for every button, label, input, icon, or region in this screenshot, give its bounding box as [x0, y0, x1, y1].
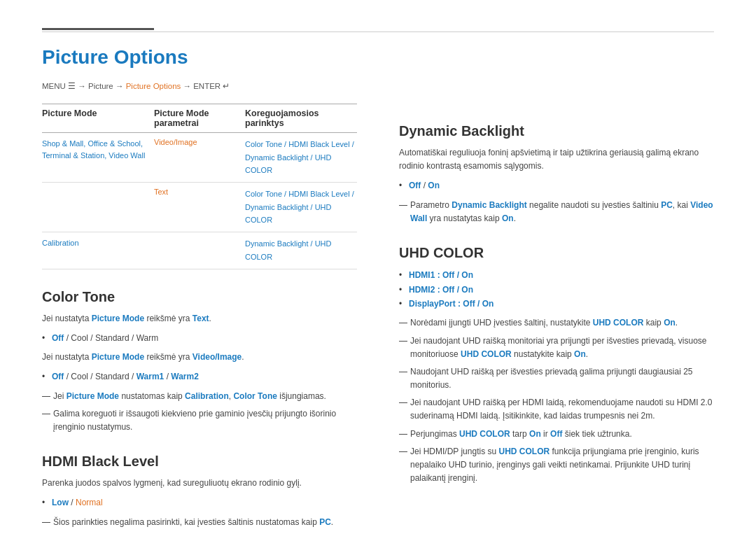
top-rule-accent [42, 28, 154, 30]
uhd-color-notes: Norėdami įjungti UHD įvesties šaltinį, n… [399, 316, 714, 485]
note-item: Jei Picture Mode nustatomas kaip Calibra… [42, 390, 357, 403]
menu-nav: MENU ☰ → Picture → Picture Options → ENT… [42, 81, 714, 91]
color-tone-notes: Jei Picture Mode nustatomas kaip Calibra… [42, 390, 357, 435]
right-column: Dynamic Backlight Automatiškai reguliuoj… [399, 104, 714, 533]
main-content: Picture Mode Picture Modeparametrai Kore… [42, 104, 714, 533]
hdmi-black-level-notes: Šios parinkties negalima pasirinkti, kai… [42, 516, 357, 529]
row1-col3: Color Tone / HDMI Black Level / Dynamic … [245, 138, 357, 177]
dynamic-backlight-notes: Parametro Dynamic Backlight negalite nau… [399, 199, 714, 225]
list-item: Off / On [399, 178, 714, 192]
color-tone-title: Color Tone [42, 289, 357, 305]
row2-col2: Text [154, 188, 245, 196]
menu-icon: ☰ [68, 82, 78, 90]
list-item: Low / Normal [42, 496, 357, 510]
note-item: Šios parinkties negalima pasirinkti, kai… [42, 516, 357, 529]
col-header-2: Picture Modeparametrai [154, 108, 245, 128]
note-item: Norėdami įjungti UHD įvesties šaltinį, n… [399, 316, 714, 330]
row3-col3: Dynamic Backlight / UHD COLOR [245, 237, 357, 263]
uhd-color-list: HDMI1 : Off / On HDMI2 : Off / On Displa… [399, 268, 714, 311]
hdmi-black-level-title: HDMI Black Level [42, 454, 357, 470]
note-item: Jei naudojant UHD raišką per HDMI laidą,… [399, 396, 714, 423]
uhd-color-title: UHD COLOR [399, 245, 714, 261]
row1-col2: Video/Image [154, 138, 245, 146]
page-title: Picture Options [42, 46, 714, 69]
left-column: Picture Mode Picture Modeparametrai Kore… [42, 104, 357, 533]
note-item: Naudojant UHD raišką per išvesties priev… [399, 365, 714, 392]
color-tone-desc2: Jei nustatyta Picture Mode reikšmė yra V… [42, 351, 357, 364]
color-tone-list1: Off / Cool / Standard / Warm [42, 331, 357, 345]
col-header-1: Picture Mode [42, 108, 154, 128]
hdmi-black-level-desc: Parenka juodos spalvos lygmenį, kad sure… [42, 477, 357, 490]
hdmi-black-level-list: Low / Normal [42, 496, 357, 510]
list-item: HDMI2 : Off / On [399, 283, 714, 297]
list-item: HDMI1 : Off / On [399, 268, 714, 282]
table-row: Shop & Mall, Office & School,Terminal & … [42, 133, 357, 183]
color-tone-desc1: Jei nustatyta Picture Mode reikšmė yra T… [42, 312, 357, 325]
note-item: Jei naudojant UHD raišką monitoriai yra … [399, 335, 714, 361]
dynamic-backlight-title: Dynamic Backlight [399, 123, 714, 139]
note-item: Jei HDMI/DP jungtis su UHD COLOR funkcij… [399, 445, 714, 486]
menu-label: MENU [42, 82, 66, 90]
dynamic-backlight-list: Off / On [399, 178, 714, 192]
note-item: Parametro Dynamic Backlight negalite nau… [399, 199, 714, 225]
row2-col3: Color Tone / HDMI Black Level / Dynamic … [245, 188, 357, 227]
table-header: Picture Mode Picture Modeparametrai Kore… [42, 104, 357, 133]
table-row: Text Color Tone / HDMI Black Level / Dyn… [42, 183, 357, 232]
table-row: Calibration Dynamic Backlight / UHD COLO… [42, 232, 357, 269]
menu-picture-options: Picture Options [126, 82, 181, 90]
top-rule-full [42, 31, 714, 32]
row3-col1: Calibration [42, 237, 154, 249]
color-tone-list2: Off / Cool / Standard / Warm1 / Warm2 [42, 370, 357, 384]
note-item: Perjungimas UHD COLOR tarp On ir Off šie… [399, 428, 714, 441]
list-item: Off / Cool / Standard / Warm1 / Warm2 [42, 370, 357, 384]
col-header-3: Koreguojamosios parinktys [245, 108, 357, 128]
enter-icon: ↵ [223, 82, 230, 90]
dynamic-backlight-desc: Automatiškai reguliuoja foninį apšvietim… [399, 146, 714, 173]
row1-col1: Shop & Mall, Office & School,Terminal & … [42, 138, 154, 161]
note-item: Galima koreguoti ir išsaugoti kiekvieno … [42, 407, 357, 434]
list-item: Off / Cool / Standard / Warm [42, 331, 357, 345]
list-item: DisplayPort : Off / On [399, 297, 714, 311]
